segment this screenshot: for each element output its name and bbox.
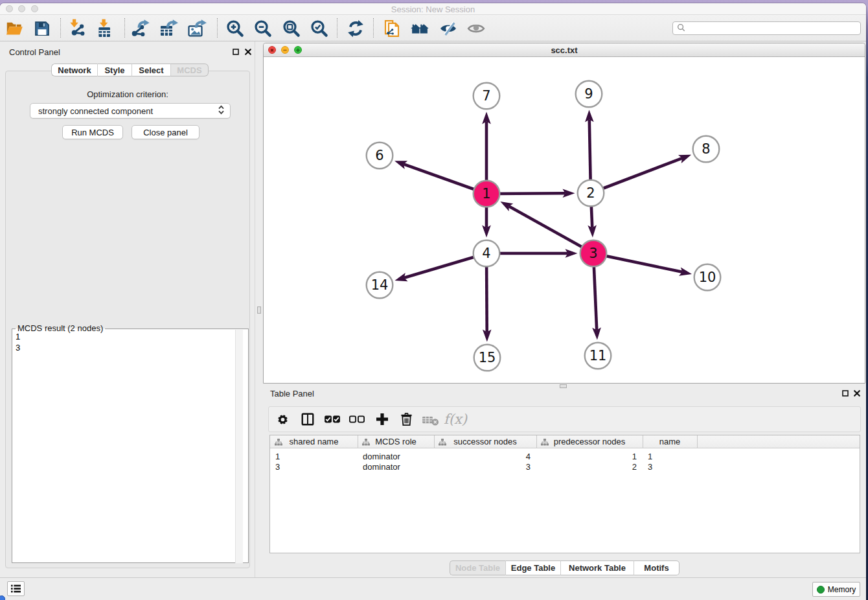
hide-panel-eye-icon[interactable] — [434, 17, 462, 40]
zoom-selected-icon[interactable] — [306, 17, 334, 40]
gear-icon[interactable] — [271, 408, 293, 430]
run-mcds-button[interactable]: Run MCDS — [62, 125, 123, 139]
tab-motifs[interactable]: Motifs — [634, 560, 680, 575]
column-header-name[interactable]: name — [643, 435, 697, 448]
export-network-icon[interactable] — [126, 17, 154, 40]
graph-node-14[interactable]: 14 — [367, 272, 393, 299]
graph-node-10[interactable]: 10 — [694, 264, 721, 291]
import-network-icon[interactable] — [63, 17, 91, 40]
svg-text:2: 2 — [586, 185, 595, 201]
toolbar-separator — [124, 18, 125, 38]
table-cell: 2 — [536, 462, 637, 472]
table-panel-float-icon[interactable] — [841, 389, 849, 397]
export-image-icon[interactable] — [183, 17, 211, 40]
sitemap-icon — [541, 438, 549, 448]
tab-network-table[interactable]: Network Table — [561, 560, 634, 575]
search-input[interactable] — [688, 23, 860, 34]
svg-text:8: 8 — [702, 141, 710, 157]
svg-text:3: 3 — [589, 246, 597, 261]
graph-node-7[interactable]: 7 — [474, 83, 500, 110]
zoom-in-icon[interactable] — [221, 17, 249, 40]
selected-criterion: strongly connected component — [38, 106, 218, 116]
table-panel-close-icon[interactable] — [853, 389, 861, 397]
table-panel: Table Panel f(x) shared name — [263, 384, 865, 577]
horizontal-splitter-handle[interactable] — [560, 384, 567, 388]
table-panel-tabs: Node TableEdge TableNetwork TableMotifs — [450, 560, 680, 575]
table-cell: 3 — [275, 462, 358, 472]
mcds-tab-panel: Optimization criterion: strongly connect… — [5, 71, 250, 568]
close-panel-button[interactable]: Close panel — [131, 125, 200, 139]
save-session-icon[interactable] — [29, 17, 56, 40]
memory-button[interactable]: Memory — [812, 582, 860, 597]
graph-node-8[interactable]: 8 — [693, 136, 720, 163]
export-table-icon[interactable] — [155, 17, 183, 40]
result-item: 3 — [16, 343, 20, 354]
optimization-criterion-select[interactable]: strongly connected component — [30, 103, 231, 119]
select-all-icon[interactable] — [321, 408, 343, 430]
tab-style[interactable]: Style — [98, 63, 132, 76]
graph-node-6[interactable]: 6 — [367, 143, 393, 169]
column-divider[interactable] — [697, 435, 698, 448]
tab-edge-table[interactable]: Edge Table — [506, 560, 561, 575]
svg-text:11: 11 — [589, 348, 607, 363]
app-titlebar: Session: New Session — [0, 3, 866, 15]
refresh-layout-icon[interactable] — [341, 17, 369, 40]
zoom-fit-icon[interactable] — [277, 17, 305, 40]
task-history-button[interactable] — [7, 581, 25, 596]
zoom-out-icon[interactable] — [249, 17, 277, 40]
svg-text:14: 14 — [371, 277, 389, 293]
open-folder-icon[interactable] — [0, 17, 28, 40]
status-bar: Memory — [0, 577, 866, 600]
column-header-successor-nodes[interactable]: successor nodes — [434, 435, 536, 448]
column-header-predecessor-nodes[interactable]: predecessor nodes — [536, 435, 643, 448]
svg-text:10: 10 — [699, 270, 716, 285]
result-scrollbar[interactable] — [235, 330, 243, 563]
mcds-result-items: 13 — [16, 332, 20, 353]
search-field[interactable] — [672, 21, 861, 35]
toolbar-separator — [60, 18, 61, 38]
control-panel-float-icon[interactable] — [232, 48, 240, 56]
add-row-icon[interactable] — [371, 408, 393, 430]
memory-status-icon — [817, 586, 825, 594]
control-panel-title: Control Panel — [9, 47, 60, 57]
network-view-window: scc.txt 7 9 6 8 1 2 4 3 14 10 15 1 — [263, 43, 865, 384]
clone-network-icon[interactable] — [378, 17, 405, 40]
tab-node-table[interactable]: Node Table — [450, 560, 506, 575]
vertical-splitter-handle[interactable] — [257, 306, 261, 314]
graph-node-1[interactable]: 1 — [474, 181, 500, 207]
import-table-icon[interactable] — [91, 17, 119, 40]
tab-select[interactable]: Select — [132, 63, 171, 76]
mcds-result-box — [12, 329, 249, 563]
network-graph-canvas[interactable]: 7 9 6 8 1 2 4 3 14 10 15 11 — [264, 58, 865, 384]
table-row[interactable]: 1dominator411 — [270, 452, 860, 462]
graph-node-3[interactable]: 3 — [580, 240, 607, 267]
toolbar-separator — [217, 18, 218, 38]
control-panel-close-icon[interactable] — [244, 48, 252, 56]
tab-network[interactable]: Network — [51, 63, 98, 76]
graph-node-4[interactable]: 4 — [474, 240, 500, 267]
table-cell: 3 — [648, 462, 697, 472]
columns-icon[interactable] — [297, 408, 319, 430]
graph-node-11[interactable]: 11 — [585, 343, 611, 369]
graph-node-9[interactable]: 9 — [576, 81, 602, 108]
column-header-shared-name[interactable]: shared name — [270, 435, 358, 448]
sitemap-icon — [439, 438, 446, 448]
home-icon[interactable] — [406, 17, 434, 40]
table-row[interactable]: 3dominator323 — [270, 462, 860, 472]
column-label: shared name — [270, 437, 358, 446]
column-header-MCDS-role[interactable]: MCDS role — [358, 435, 434, 448]
delete-row-icon[interactable] — [395, 408, 417, 430]
result-item: 1 — [16, 332, 20, 343]
deselect-all-icon[interactable] — [346, 408, 368, 430]
app-window: Session: New Session — [0, 3, 866, 600]
show-panel-eye-icon[interactable] — [463, 17, 490, 40]
table-cell: dominator — [363, 462, 434, 472]
tab-mcds[interactable]: MCDS — [171, 63, 209, 76]
graph-node-2[interactable]: 2 — [578, 180, 604, 207]
node-table: shared name MCDS role successor nodes pr… — [269, 435, 860, 553]
graph-node-15[interactable]: 15 — [474, 345, 501, 371]
sitemap-icon — [275, 438, 282, 448]
column-label: successor nodes — [434, 437, 536, 446]
app-title: Session: New Session — [0, 5, 866, 14]
svg-text:1: 1 — [482, 186, 490, 202]
